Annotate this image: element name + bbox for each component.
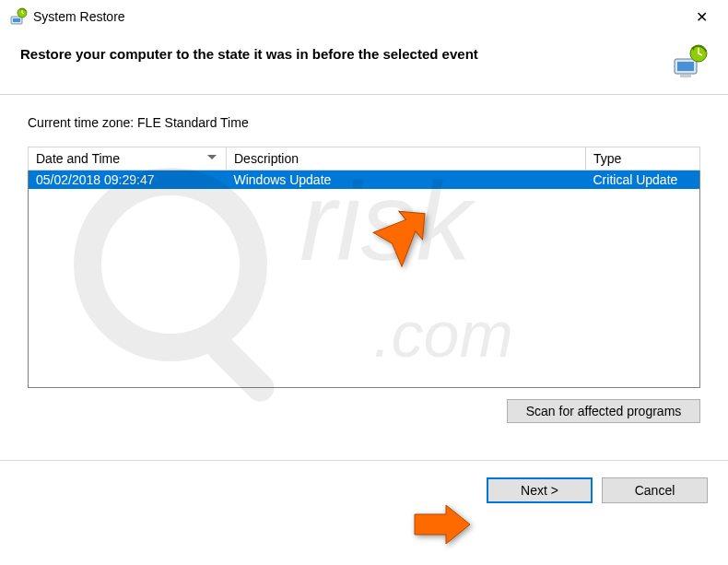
column-header-date[interactable]: Date and Time [29,147,227,171]
close-icon: ✕ [696,8,708,26]
table-row[interactable]: 05/02/2018 09:29:47 Windows Update Criti… [29,171,700,190]
close-button[interactable]: ✕ [680,3,722,30]
restore-icon [9,7,28,26]
cell-description: Windows Update [227,171,586,190]
titlebar: System Restore ✕ [0,0,728,33]
column-header-description[interactable]: Description [227,147,586,171]
next-button[interactable]: Next > [487,477,593,503]
wizard-footer: Next > Cancel [0,461,728,503]
column-header-type[interactable]: Type [586,147,700,171]
scan-button-row: Scan for affected programs [28,399,700,423]
system-restore-header-icon [671,42,708,79]
annotation-arrow-next [409,503,474,546]
page-title: Restore your computer to the state it wa… [20,42,478,62]
svg-rect-5 [680,75,691,77]
svg-rect-4 [677,62,694,71]
timezone-label: Current time zone: FLE Standard Time [28,115,700,130]
window-title: System Restore [33,9,680,24]
wizard-header: Restore your computer to the state it wa… [0,33,728,95]
scan-affected-button[interactable]: Scan for affected programs [507,399,700,423]
table-empty-area [29,189,700,387]
restore-points-table: Date and Time Description Type 05/02/201… [28,147,700,388]
svg-marker-13 [415,505,470,544]
wizard-content: Current time zone: FLE Standard Time Dat… [0,95,728,434]
cell-datetime: 05/02/2018 09:29:47 [29,171,227,190]
svg-rect-1 [13,18,20,22]
cancel-button[interactable]: Cancel [602,477,708,503]
cell-type: Critical Update [586,171,700,190]
